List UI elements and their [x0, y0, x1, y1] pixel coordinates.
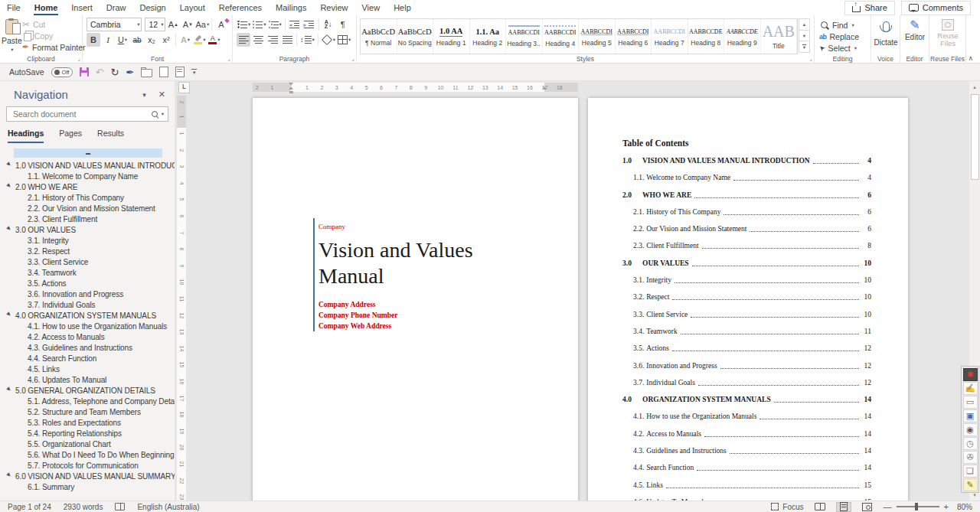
draw-pen-button[interactable]: ✒ — [126, 67, 134, 77]
heading-item[interactable]: ▶ 1.1. Welcome to Company Name — [0, 171, 175, 181]
toc-entry[interactable]: 4.4. Search Function 14 — [622, 463, 871, 480]
heading-item[interactable]: ▶ 5.6. What Do I Need To Do When Beginni… — [0, 449, 175, 460]
hanging-indent-marker[interactable] — [289, 86, 293, 90]
language-indicator[interactable]: English (Australia) — [137, 503, 199, 511]
line-spacing-button[interactable]: ↕▾ — [299, 33, 315, 47]
ribbon-tab[interactable]: Design — [132, 0, 172, 15]
heading-item[interactable]: ▶ 1.0 VISION AND VALUES MANUAL INTRODUCT… — [0, 160, 175, 171]
heading-item[interactable]: ▶ 5.5. Organizational Chart — [0, 439, 175, 449]
font-color-button[interactable]: A ▾ — [207, 33, 221, 47]
undo-button[interactable]: ↶ — [96, 67, 104, 77]
toc-entry[interactable]: 4.0 ORGANIZATION SYSTEM MANUALS 14 — [622, 395, 871, 412]
dictate-button[interactable]: Dictate — [873, 17, 899, 47]
change-case-button[interactable]: Aa▾ — [195, 18, 209, 31]
heading-item[interactable]: ▶ 4.4. Search Function — [0, 353, 175, 364]
heading-item[interactable]: ▶ 5.3. Roles and Expectations — [0, 417, 175, 428]
zoom-percentage[interactable]: 80% — [957, 503, 972, 511]
collapse-triangle-icon[interactable]: ▶ — [5, 161, 15, 171]
side-tool-icon[interactable]: ✱ — [963, 368, 978, 381]
show-formatting-marks-button[interactable]: ¶ — [336, 18, 350, 31]
multilevel-list-button[interactable]: ▾ — [268, 18, 283, 31]
heading-item[interactable]: ▶ 5.2. Structure and Team Members — [0, 406, 175, 417]
heading-item[interactable]: ▶ 5.4. Reporting Relationships — [0, 428, 175, 439]
clipboard-dialog-launcher[interactable]: ⌟ — [77, 56, 80, 62]
web-layout-button[interactable] — [860, 502, 875, 512]
sort-button[interactable]: AZ↓ — [322, 18, 335, 31]
save-button[interactable] — [80, 67, 89, 77]
scroll-up-button[interactable]: ▲ — [969, 82, 980, 92]
font-size-combo[interactable]: 12 ▾ — [145, 18, 165, 31]
reuse-files-button[interactable]: ReuseFiles — [931, 17, 965, 47]
collapse-triangle-icon[interactable]: ▶ — [5, 311, 15, 321]
title-block[interactable]: Company Vision and Values Manual Company… — [313, 218, 508, 331]
toc-entry[interactable]: 2.1. History of This Company 6 — [622, 207, 871, 224]
toc-entry[interactable]: 3.7. Individual Goals 12 — [622, 378, 871, 395]
heading-item[interactable]: ▶ 4.1. How to use the Organization Manua… — [0, 321, 175, 331]
ribbon-tab[interactable]: View — [354, 0, 387, 15]
toc-entry[interactable]: 2.3. Client Fulfillment 8 — [622, 241, 871, 258]
font-name-combo[interactable]: Cambria ▾ — [87, 18, 142, 31]
strikethrough-button[interactable]: ab — [130, 33, 144, 47]
tab-stop-selector[interactable]: L — [178, 82, 190, 93]
heading-item[interactable]: ▶ 3.6. Innovation and Progress — [0, 289, 175, 299]
toc-entry[interactable]: 3.2. Respect 10 — [622, 292, 871, 309]
styles-dialog-launcher[interactable]: ⌟ — [809, 56, 812, 62]
style-gallery-item[interactable]: 1.0 AA Heading 1 — [433, 19, 470, 54]
collapse-triangle-icon[interactable]: ▶ — [5, 182, 15, 192]
toc-entry[interactable]: 3.4. Teamwork 11 — [622, 327, 871, 344]
navigation-pane-menu-icon[interactable]: ▾ — [142, 91, 146, 99]
toc-entry[interactable]: 3.0 OUR VALUES 10 — [622, 259, 871, 276]
style-gallery-item[interactable]: AABBCCDE Heading 8 — [688, 19, 725, 54]
open-file-button[interactable] — [141, 69, 152, 77]
heading-item[interactable]: ▶ 6.0 VISION AND VALUES MANUAL SUMMARY — [0, 471, 175, 481]
focus-button[interactable]: Focus — [771, 503, 803, 511]
print-preview-button[interactable] — [175, 67, 185, 77]
copy-button[interactable]: Copy — [22, 31, 86, 42]
increase-indent-button[interactable] — [302, 18, 316, 31]
ribbon-tab[interactable]: Review — [313, 0, 354, 15]
heading-item[interactable]: ▶ 2.0 WHO WE ARE — [0, 181, 175, 192]
page-indicator[interactable]: Page 1 of 24 — [8, 503, 51, 511]
ribbon-tab[interactable]: Help — [387, 0, 418, 15]
navigation-tab[interactable]: Pages — [59, 129, 82, 143]
search-icon[interactable] — [152, 111, 158, 117]
zoom-out-button[interactable]: — — [884, 503, 892, 510]
toc-entry[interactable]: 1.1. Welcome to Company Name 4 — [622, 173, 871, 190]
side-tool-icon[interactable]: ✍ — [963, 382, 978, 395]
font-dialog-launcher[interactable]: ⌟ — [227, 56, 230, 62]
toc-entry[interactable]: 3.3. Client Service 10 — [622, 310, 871, 327]
vertical-ruler[interactable]: 21 1234567891011121314151617181920212223 — [177, 96, 186, 501]
ribbon-tab[interactable]: Mailings — [269, 0, 313, 15]
styles-scroll-down-button[interactable]: ▼ — [799, 31, 810, 42]
toc-entry[interactable]: 3.5. Actions 12 — [622, 344, 871, 360]
document-title[interactable]: Vision and Values Manual — [318, 237, 495, 289]
toc-entry[interactable]: 1.0 VISION AND VALUES MANUAL INTRODUCTIO… — [622, 156, 871, 173]
collapse-triangle-icon[interactable]: ▶ — [5, 471, 15, 481]
heading-item[interactable]: ▶ 3.4. Teamwork — [0, 267, 175, 278]
heading-item[interactable]: ▶ 3.1. Integrity — [0, 235, 175, 246]
toc-heading[interactable]: Table of Contents — [622, 139, 688, 148]
document-page-1[interactable]: Company Vision and Values Manual Company… — [253, 98, 578, 501]
select-button[interactable]: ➤Select▾ — [819, 42, 869, 54]
heading-item[interactable]: ▶ 4.6. Updates To Manual — [0, 374, 175, 385]
heading-item[interactable]: ▶ 4.3. Guidelines and Instructions — [0, 342, 175, 353]
company-web-placeholder[interactable]: Company Web Address — [318, 321, 508, 331]
zoom-slider[interactable] — [897, 506, 939, 507]
heading-item[interactable]: ▶ 4.5. Links — [0, 364, 175, 374]
toc-entry[interactable]: 4.2. Access to Manuals 14 — [622, 429, 871, 446]
company-address-placeholder[interactable]: Company Address — [318, 299, 508, 310]
heading-item[interactable]: ▶ 3.3. Client Service — [0, 256, 175, 267]
style-gallery-item[interactable]: AABBCCDI Heading 3... — [506, 19, 543, 54]
subscript-button[interactable]: x₂ — [145, 33, 158, 47]
document-page-2[interactable]: Table of Contents 1.0 VISION AND VALUES … — [588, 98, 908, 501]
comments-button[interactable]: Comments — [901, 1, 971, 15]
numbering-button[interactable]: ▾ — [252, 18, 266, 31]
underline-button[interactable]: U▾ — [116, 33, 129, 47]
cut-button[interactable]: ✂ Cut — [22, 19, 86, 31]
search-options-dropdown-icon[interactable]: ▾ — [162, 111, 164, 117]
side-tool-icon[interactable]: ✇ — [963, 451, 978, 464]
collapse-triangle-icon[interactable]: ▶ — [5, 386, 15, 396]
side-tool-icon[interactable]: ❏ — [963, 465, 978, 478]
superscript-button[interactable]: x² — [159, 33, 173, 47]
first-line-indent-marker[interactable] — [289, 83, 293, 86]
